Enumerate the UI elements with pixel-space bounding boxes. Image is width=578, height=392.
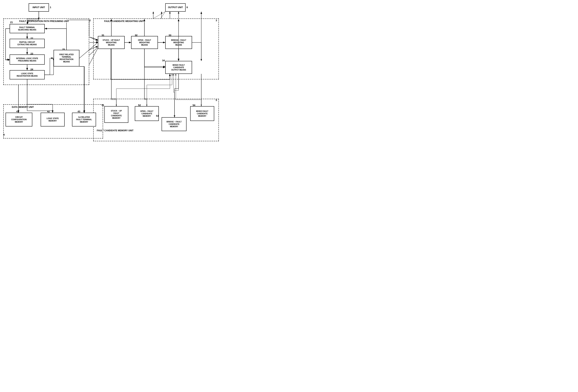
unit3-region	[93, 18, 219, 79]
number-1: 1	[50, 6, 51, 9]
input-unit-box: INPUT UNIT	[29, 3, 49, 12]
svg-marker-38	[178, 12, 179, 13]
fault-terminal-searching-box: FAULT TERMINALSEARCHING MEANS	[10, 24, 45, 33]
open-fault-candidate-mem-box: OPEN – FAULTCANDIDATEMEMORY	[135, 106, 159, 121]
mixed-fault-candidate-output-box: MIXED FAULTCANDIDATEOUTPUT MEANS	[165, 61, 192, 74]
output-unit-box: OUTPUT UNIT	[165, 3, 186, 12]
partial-circuit-box: PARTIAL CIRCUITEXTRACTING MEANS	[10, 39, 45, 48]
unit4-label: DATA MEMORY UNIT	[11, 106, 35, 108]
number-33: 33	[169, 34, 171, 37]
stuck-up-weighting-box: STUCK – UP FAULTWEIGHTINGMEANS	[98, 36, 125, 49]
number-52: 52	[138, 104, 141, 106]
stuck-up-candidate-mem-box: STUCK – UPFAULTCANDIDATEMEMORY	[104, 106, 128, 123]
unit2-label: FAULT PROPAGATION PATH PRESUMING UNIT	[18, 20, 70, 23]
number-25: 25	[62, 48, 65, 51]
number-34: 34	[162, 59, 165, 62]
number-23: 23	[31, 52, 33, 55]
number-32: 32	[135, 34, 137, 37]
first-related-terminal-box: FIRST RELATEDTERMINALREGISTRATIONMEANS	[53, 50, 79, 66]
svg-line-115	[153, 12, 165, 18]
number-2: 2	[89, 19, 91, 22]
logic-state-memory-box: LOGIC STATEMEMORY	[41, 113, 65, 127]
number-43: 43	[78, 110, 80, 113]
number-21: 21	[10, 21, 13, 24]
svg-marker-42	[161, 12, 162, 13]
first-related-fault-mem-box: 1st RELATEDFAULT TERMINALMEMORY	[72, 113, 96, 127]
number-6: 6	[187, 6, 188, 9]
number-5: 5	[216, 99, 217, 101]
internal-logic-box: INTERNAL LOGIC STATEPRESUMING MEANS	[10, 54, 45, 65]
number-42: 42	[47, 110, 50, 113]
unit3-label: FAULT CANDIDATE WEIGHTING UNIT	[103, 20, 144, 23]
svg-marker-44	[152, 12, 154, 13]
diagram: FAULT PROPAGATION PATH PRESUMING UNIT FA…	[0, 0, 222, 151]
number-31: 31	[101, 34, 104, 37]
number-22: 22	[31, 37, 33, 40]
svg-line-116	[161, 12, 165, 18]
number-4: 4	[3, 133, 5, 136]
number-3: 3	[216, 19, 217, 22]
circuit-config-memory-box: CIRCUITCONFIGURATIONMEMORY	[5, 113, 32, 127]
number-41: 41	[16, 110, 19, 113]
svg-marker-40	[169, 12, 171, 13]
number-24: 24	[31, 68, 33, 71]
bridge-fault-candidate-mem-box: BRIDGE – FAULTCANDIDATEMEMORY	[162, 117, 187, 131]
mixed-fault-candidate-mem-box: MIXED FAULTCANDIDATEMEMORY	[190, 106, 214, 121]
number-54: 54	[193, 104, 195, 106]
bridge-fault-weighting-box: BRIDGE – FAULTWEIGHTINGMEANS	[165, 36, 192, 49]
open-fault-weighting-box: OPEN – FAULTWEIGHTINGMEANS	[131, 36, 158, 49]
number-51: 51	[101, 104, 104, 106]
number-53: 53	[156, 114, 159, 117]
logic-state-reg-box: LOGIC STATEREGISTRATION MEANS	[10, 70, 45, 79]
unit5-label: FAULT CANDIDATE MEMORY UNIT	[96, 129, 134, 132]
